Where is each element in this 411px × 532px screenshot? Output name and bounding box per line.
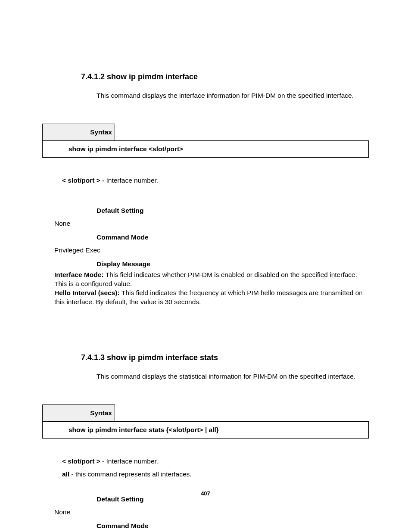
syntax-blank [115, 124, 369, 141]
section-number-2: 7.4.1.3 [81, 353, 105, 362]
section-intro-2: This command displays the statistical in… [97, 373, 369, 380]
display-message-label: Display Message [97, 260, 369, 268]
param1-label: < slot/port > - [62, 457, 106, 465]
syntax-blank-2 [115, 404, 369, 421]
field2-label: Hello Interval (secs): [54, 289, 121, 296]
command-mode-label-1: Command Mode [97, 233, 369, 241]
section-intro-1: This command displays the interface info… [97, 92, 369, 100]
param-block-1: < slot/port > - Interface number. [62, 177, 369, 184]
page-number: 407 [0, 490, 411, 497]
section-title: show ip pimdm interface [107, 72, 198, 81]
section-heading-1: 7.4.1.2 show ip pimdm interface [81, 72, 369, 81]
default-setting-label-1: Default Setting [97, 207, 369, 215]
syntax-table-1: Syntax show ip pimdm interface <slot/por… [42, 124, 369, 158]
command-mode-label-2: Command Mode [97, 522, 369, 530]
syntax-table-2: Syntax show ip pimdm interface stats {<s… [42, 404, 369, 439]
default-setting-value-1: None [54, 220, 369, 227]
command-mode-value-1: Privileged Exec [54, 246, 369, 254]
param2-label: all - [62, 470, 75, 478]
param-block-2: < slot/port > - Interface number. all - … [62, 457, 369, 478]
field1-label: Interface Mode: [54, 271, 106, 278]
param-desc: Interface number. [106, 177, 158, 184]
section-number: 7.4.1.2 [81, 72, 105, 81]
section-heading-2: 7.4.1.3 show ip pimdm interface stats [81, 353, 369, 362]
syntax-body-2: show ip pimdm interface stats {<slot/por… [43, 421, 369, 438]
syntax-body-1: show ip pimdm interface <slot/port> [43, 141, 369, 158]
param2-desc: this command represents all interfaces. [75, 470, 192, 478]
syntax-label-2: Syntax [43, 404, 115, 421]
display-field-2: Hello Interval (secs): This field indica… [54, 289, 369, 307]
default-setting-value-2: None [54, 508, 369, 516]
param1-desc: Interface number. [106, 457, 158, 465]
section-title-2: show ip pimdm interface stats [107, 353, 218, 362]
param-label: < slot/port > - [62, 177, 106, 184]
display-field-1: Interface Mode: This field indicates whe… [54, 271, 369, 289]
syntax-label: Syntax [43, 124, 115, 141]
